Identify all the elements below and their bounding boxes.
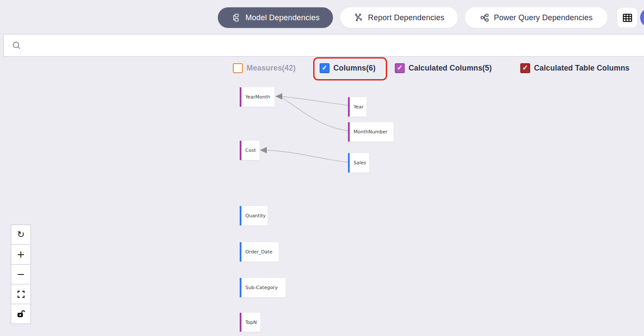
zoom-in-button[interactable]: + [11, 244, 31, 265]
node-label: TopN [241, 320, 257, 325]
graph-node-quantity[interactable]: Quantity [240, 206, 268, 225]
filter-calculated-columns[interactable]: ✓Calculated Columns(5) [395, 61, 492, 75]
filter-label: Columns(6) [333, 64, 375, 73]
graph-node-cost[interactable]: Cost [240, 141, 259, 160]
tab-label: Report Dependencies [368, 13, 445, 22]
tab-power-query-dependencies[interactable]: Power Query Dependencies [465, 7, 607, 28]
filter-calculated-table-columns[interactable]: ✓Calculated Table Columns [520, 61, 629, 75]
fit-screen-icon [17, 290, 25, 299]
app-canvas: { "header": { "tabs": [ {"label": "Model… [0, 0, 644, 336]
tab-report-dependencies[interactable]: Report Dependencies [340, 7, 458, 28]
node-label: Sales [350, 160, 366, 166]
table-icon [622, 12, 633, 24]
filter-label: Calculated Columns(5) [409, 64, 492, 73]
node-label: Cost [241, 148, 256, 153]
node-label: Sub-Category [241, 285, 278, 290]
checked-checkbox[interactable]: ✓ [395, 63, 405, 73]
search-bar [3, 34, 644, 57]
filter-measures[interactable]: Measures(42) [233, 61, 296, 75]
minus-icon: − [17, 269, 25, 279]
graph-node-order-date[interactable]: Order_Date [240, 242, 279, 262]
zoom-out-button[interactable]: − [11, 264, 31, 284]
node-label: Order_Date [241, 249, 272, 255]
tab-model-dependencies[interactable]: Model Dependencies [218, 7, 333, 28]
node-label: YearMonth [241, 94, 270, 100]
refresh-view-button[interactable]: ↻ [11, 225, 31, 245]
graph-node-monthnumber[interactable]: MonthNumber [348, 122, 394, 142]
node-label: MonthNumber [350, 129, 388, 135]
checked-checkbox[interactable]: ✓ [320, 63, 330, 73]
graph-node-topn[interactable]: TopN [240, 313, 260, 332]
lock-toggle-button[interactable] [11, 304, 31, 324]
tab-label: Power Query Dependencies [494, 13, 593, 22]
table-view-button[interactable] [617, 8, 637, 28]
filter-label: Calculated Table Columns [534, 64, 629, 73]
graph-node-sub-category[interactable]: Sub-Category [240, 278, 286, 297]
unlock-icon [16, 309, 26, 319]
search-icon [12, 41, 21, 50]
fit-screen-button[interactable] [11, 284, 31, 304]
tab-bar: Model DependenciesReport DependenciesPow… [0, 0, 644, 29]
refresh-icon: ↻ [17, 230, 25, 239]
graph-toolbar: ↻+− [11, 225, 31, 324]
graph-node-yearmonth[interactable]: YearMonth [240, 87, 275, 107]
unchecked-checkbox[interactable] [233, 63, 243, 73]
plus-icon: + [17, 250, 25, 259]
filter-columns[interactable]: ✓Columns(6) [320, 61, 375, 75]
graph-node-sales[interactable]: Sales [348, 153, 369, 173]
filter-label: Measures(42) [247, 64, 296, 73]
checked-checkbox[interactable]: ✓ [520, 63, 530, 73]
search-input[interactable] [21, 34, 644, 56]
node-label: Quantity [241, 213, 266, 219]
report-dependencies-icon [354, 13, 363, 22]
model-dependencies-icon [231, 13, 241, 22]
tab-label: Model Dependencies [245, 13, 320, 22]
node-label: Year [350, 104, 363, 110]
graph-node-year[interactable]: Year [348, 97, 366, 117]
power-query-dependencies-icon [480, 13, 489, 22]
